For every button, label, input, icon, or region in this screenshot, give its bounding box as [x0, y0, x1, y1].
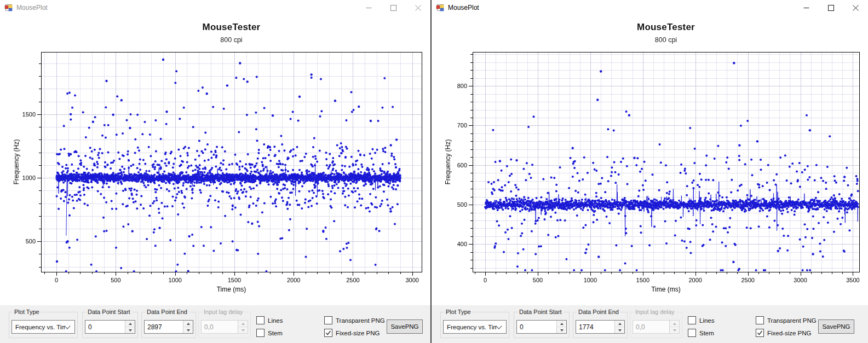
data-point-end-input[interactable] — [145, 321, 183, 333]
save-png-button[interactable]: SavePNG — [387, 319, 423, 334]
plot-type-group: Plot Type Frequency vs. Time — [9, 312, 78, 338]
spinner-down-icon[interactable] — [183, 327, 193, 333]
input-lag-delay-input — [633, 321, 669, 333]
mouseplot-window-left: MousePlot MouseTester 800 cpi Frequency … — [0, 0, 430, 343]
data-point-end-spinner — [144, 320, 193, 334]
minimize-button[interactable] — [794, 0, 819, 15]
mouseplot-app-icon — [4, 3, 13, 12]
window-title: MousePlot — [16, 4, 357, 11]
close-button[interactable] — [406, 0, 430, 15]
checkbox-box — [256, 329, 265, 337]
transparent-png-checkbox-label: Transparent PNG — [767, 317, 817, 324]
data-point-start-input[interactable] — [517, 321, 556, 333]
transparent-png-checkbox[interactable]: Transparent PNG — [324, 316, 385, 324]
save-png-button[interactable]: SavePNG — [818, 319, 854, 334]
plot-type-group-label: Plot Type — [444, 309, 473, 315]
spinner-up-icon — [238, 321, 248, 327]
close-icon — [853, 5, 859, 11]
stem-checkbox[interactable]: Stem — [256, 329, 283, 337]
checkbox-box — [256, 316, 265, 324]
window-title: MousePlot — [448, 4, 794, 11]
spinner-down-icon — [238, 327, 248, 333]
y-axis-label: Frequency (Hz) — [444, 139, 452, 185]
checkbox-box — [324, 316, 332, 324]
x-axis-label: Time (ms) — [473, 286, 859, 293]
spinner-down-icon[interactable] — [615, 327, 624, 333]
spinner-up-icon[interactable] — [615, 321, 624, 327]
data-point-start-input[interactable] — [85, 321, 125, 333]
checkbox-box — [324, 329, 332, 337]
input-lag-delay-label: Input lag delay — [634, 309, 676, 315]
plot-type-value: Frequency vs. Time — [12, 324, 65, 330]
spinner-down-icon — [670, 327, 679, 333]
maximize-button[interactable] — [819, 0, 843, 15]
fixed-size-png-checkbox[interactable]: Fixed-size PNG — [324, 329, 380, 337]
plot-type-combobox[interactable]: Frequency vs. Time — [12, 320, 75, 334]
data-point-end-label: Data Point End — [145, 309, 189, 315]
checkbox-box — [756, 329, 764, 337]
spinner-updown — [238, 321, 248, 333]
spinner-up-icon — [670, 321, 679, 327]
control-panel: Plot Type Frequency vs. Time Data Point … — [0, 305, 430, 343]
stem-checkbox[interactable]: Stem — [688, 329, 714, 337]
mouseplot-window-right: MousePlot MouseTester 800 cpi Frequency … — [430, 0, 868, 343]
input-lag-delay-input — [202, 321, 238, 333]
checkmark-icon — [325, 330, 331, 336]
data-point-end-label: Data Point End — [577, 309, 620, 315]
lines-checkbox[interactable]: Lines — [256, 316, 283, 324]
input-lag-delay-spinner — [201, 320, 248, 334]
maximize-icon — [828, 5, 834, 11]
spinner-down-icon[interactable] — [557, 327, 566, 333]
close-button[interactable] — [843, 0, 868, 15]
spinner-updown — [669, 321, 679, 333]
frequency-chart-canvas — [0, 15, 430, 305]
data-point-start-group: Data Point Start — [82, 312, 138, 338]
minimize-button[interactable] — [357, 0, 381, 15]
maximize-button[interactable] — [381, 0, 406, 15]
chart-subtitle: 800 cpi — [473, 36, 859, 44]
fixed-size-png-checkbox[interactable]: Fixed-size PNG — [756, 329, 812, 337]
spinner-down-icon[interactable] — [125, 327, 135, 333]
transparent-png-checkbox[interactable]: Transparent PNG — [756, 316, 817, 324]
spinner-up-icon[interactable] — [557, 321, 566, 327]
spinner-updown — [556, 321, 566, 333]
spinner-updown — [125, 321, 135, 333]
chart-area: MouseTester 800 cpi Frequency (Hz) Time … — [432, 15, 868, 305]
spinner-up-icon[interactable] — [125, 321, 135, 327]
chart-title: MouseTester — [473, 22, 859, 33]
checkmark-icon — [757, 330, 763, 336]
chevron-down-icon — [496, 323, 502, 329]
stem-checkbox-label: Stem — [268, 330, 283, 336]
control-panel: Plot Type Frequency vs. Time Data Point … — [432, 305, 868, 343]
input-lag-delay-spinner — [633, 320, 680, 334]
fixed-size-png-checkbox-label: Fixed-size PNG — [336, 330, 380, 336]
input-lag-delay-group: Input lag delay — [198, 312, 251, 338]
titlebar: MousePlot — [0, 0, 430, 15]
y-axis-label: Frequency (Hz) — [13, 139, 20, 185]
checkbox-box — [756, 316, 764, 324]
plot-type-combobox[interactable]: Frequency vs. Time — [443, 320, 507, 334]
data-point-start-spinner — [85, 320, 135, 334]
spinner-updown — [183, 321, 193, 333]
transparent-png-checkbox-label: Transparent PNG — [336, 317, 385, 324]
chart-area: MouseTester 800 cpi Frequency (Hz) Time … — [0, 15, 430, 305]
lines-checkbox[interactable]: Lines — [688, 316, 715, 324]
plot-type-group: Plot Type Frequency vs. Time — [440, 312, 509, 338]
lines-checkbox-label: Lines — [699, 317, 715, 324]
mouseplot-app-icon — [436, 3, 445, 12]
plot-type-value: Frequency vs. Time — [444, 324, 497, 330]
x-axis-label: Time (ms) — [41, 286, 422, 293]
data-point-start-group: Data Point Start — [514, 312, 570, 338]
minimize-icon — [366, 5, 372, 11]
minimize-icon — [803, 5, 809, 11]
spinner-up-icon[interactable] — [183, 321, 193, 327]
stem-checkbox-label: Stem — [699, 330, 714, 336]
titlebar: MousePlot — [432, 0, 868, 15]
spinner-updown — [614, 321, 624, 333]
maximize-icon — [390, 5, 396, 11]
data-point-end-group: Data Point End — [573, 312, 628, 338]
data-point-end-input[interactable] — [576, 321, 614, 333]
data-point-start-spinner — [516, 320, 567, 334]
data-point-end-spinner — [576, 320, 625, 334]
fixed-size-png-checkbox-label: Fixed-size PNG — [767, 330, 812, 336]
